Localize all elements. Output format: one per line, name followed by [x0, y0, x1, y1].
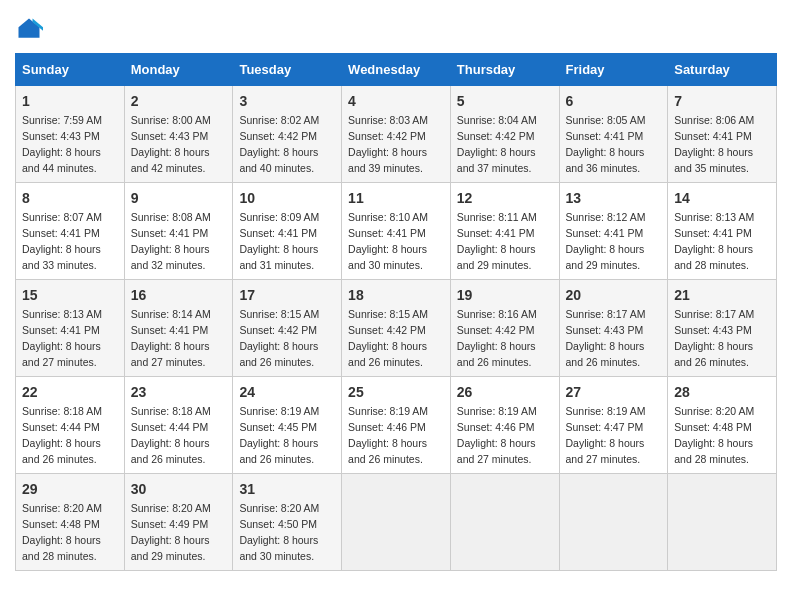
day-number: 14: [674, 188, 770, 208]
day-number: 5: [457, 91, 553, 111]
day-info: Sunrise: 8:16 AMSunset: 4:42 PMDaylight:…: [457, 308, 537, 368]
calendar-cell: 18Sunrise: 8:15 AMSunset: 4:42 PMDayligh…: [342, 280, 451, 377]
day-info: Sunrise: 8:19 AMSunset: 4:45 PMDaylight:…: [239, 405, 319, 465]
day-info: Sunrise: 8:07 AMSunset: 4:41 PMDaylight:…: [22, 211, 102, 271]
day-info: Sunrise: 8:04 AMSunset: 4:42 PMDaylight:…: [457, 114, 537, 174]
day-number: 19: [457, 285, 553, 305]
day-info: Sunrise: 7:59 AMSunset: 4:43 PMDaylight:…: [22, 114, 102, 174]
column-header-wednesday: Wednesday: [342, 54, 451, 86]
day-info: Sunrise: 8:10 AMSunset: 4:41 PMDaylight:…: [348, 211, 428, 271]
calendar-cell: 5Sunrise: 8:04 AMSunset: 4:42 PMDaylight…: [450, 86, 559, 183]
day-info: Sunrise: 8:18 AMSunset: 4:44 PMDaylight:…: [22, 405, 102, 465]
day-info: Sunrise: 8:12 AMSunset: 4:41 PMDaylight:…: [566, 211, 646, 271]
logo: [15, 15, 49, 43]
calendar-body: 1Sunrise: 7:59 AMSunset: 4:43 PMDaylight…: [16, 86, 777, 571]
day-number: 7: [674, 91, 770, 111]
calendar-cell: 22Sunrise: 8:18 AMSunset: 4:44 PMDayligh…: [16, 377, 125, 474]
calendar-cell: 2Sunrise: 8:00 AMSunset: 4:43 PMDaylight…: [124, 86, 233, 183]
calendar-cell: 31Sunrise: 8:20 AMSunset: 4:50 PMDayligh…: [233, 474, 342, 571]
calendar-cell: 21Sunrise: 8:17 AMSunset: 4:43 PMDayligh…: [668, 280, 777, 377]
day-info: Sunrise: 8:19 AMSunset: 4:46 PMDaylight:…: [348, 405, 428, 465]
day-number: 21: [674, 285, 770, 305]
day-number: 22: [22, 382, 118, 402]
day-number: 16: [131, 285, 227, 305]
day-number: 27: [566, 382, 662, 402]
calendar-cell: 26Sunrise: 8:19 AMSunset: 4:46 PMDayligh…: [450, 377, 559, 474]
day-info: Sunrise: 8:13 AMSunset: 4:41 PMDaylight:…: [22, 308, 102, 368]
calendar-table: SundayMondayTuesdayWednesdayThursdayFrid…: [15, 53, 777, 571]
day-number: 17: [239, 285, 335, 305]
page-header: [15, 15, 777, 43]
calendar-cell: 8Sunrise: 8:07 AMSunset: 4:41 PMDaylight…: [16, 183, 125, 280]
day-number: 3: [239, 91, 335, 111]
day-number: 25: [348, 382, 444, 402]
day-info: Sunrise: 8:15 AMSunset: 4:42 PMDaylight:…: [239, 308, 319, 368]
calendar-cell: 20Sunrise: 8:17 AMSunset: 4:43 PMDayligh…: [559, 280, 668, 377]
day-info: Sunrise: 8:19 AMSunset: 4:46 PMDaylight:…: [457, 405, 537, 465]
week-row-4: 22Sunrise: 8:18 AMSunset: 4:44 PMDayligh…: [16, 377, 777, 474]
day-number: 30: [131, 479, 227, 499]
calendar-cell: 7Sunrise: 8:06 AMSunset: 4:41 PMDaylight…: [668, 86, 777, 183]
column-header-thursday: Thursday: [450, 54, 559, 86]
day-info: Sunrise: 8:06 AMSunset: 4:41 PMDaylight:…: [674, 114, 754, 174]
day-number: 31: [239, 479, 335, 499]
day-number: 10: [239, 188, 335, 208]
day-info: Sunrise: 8:08 AMSunset: 4:41 PMDaylight:…: [131, 211, 211, 271]
day-number: 18: [348, 285, 444, 305]
calendar-header: SundayMondayTuesdayWednesdayThursdayFrid…: [16, 54, 777, 86]
calendar-cell: 25Sunrise: 8:19 AMSunset: 4:46 PMDayligh…: [342, 377, 451, 474]
calendar-cell: 4Sunrise: 8:03 AMSunset: 4:42 PMDaylight…: [342, 86, 451, 183]
day-info: Sunrise: 8:09 AMSunset: 4:41 PMDaylight:…: [239, 211, 319, 271]
calendar-cell: 28Sunrise: 8:20 AMSunset: 4:48 PMDayligh…: [668, 377, 777, 474]
column-header-saturday: Saturday: [668, 54, 777, 86]
day-number: 2: [131, 91, 227, 111]
day-info: Sunrise: 8:17 AMSunset: 4:43 PMDaylight:…: [566, 308, 646, 368]
calendar-cell: 11Sunrise: 8:10 AMSunset: 4:41 PMDayligh…: [342, 183, 451, 280]
day-number: 9: [131, 188, 227, 208]
day-info: Sunrise: 8:03 AMSunset: 4:42 PMDaylight:…: [348, 114, 428, 174]
day-info: Sunrise: 8:13 AMSunset: 4:41 PMDaylight:…: [674, 211, 754, 271]
calendar-cell: 6Sunrise: 8:05 AMSunset: 4:41 PMDaylight…: [559, 86, 668, 183]
calendar-cell: [342, 474, 451, 571]
day-number: 20: [566, 285, 662, 305]
day-info: Sunrise: 8:14 AMSunset: 4:41 PMDaylight:…: [131, 308, 211, 368]
day-number: 8: [22, 188, 118, 208]
column-header-friday: Friday: [559, 54, 668, 86]
day-info: Sunrise: 8:15 AMSunset: 4:42 PMDaylight:…: [348, 308, 428, 368]
calendar-cell: 3Sunrise: 8:02 AMSunset: 4:42 PMDaylight…: [233, 86, 342, 183]
day-number: 11: [348, 188, 444, 208]
calendar-cell: 14Sunrise: 8:13 AMSunset: 4:41 PMDayligh…: [668, 183, 777, 280]
logo-icon: [15, 15, 43, 43]
calendar-cell: 23Sunrise: 8:18 AMSunset: 4:44 PMDayligh…: [124, 377, 233, 474]
column-header-monday: Monday: [124, 54, 233, 86]
calendar-cell: 1Sunrise: 7:59 AMSunset: 4:43 PMDaylight…: [16, 86, 125, 183]
svg-marker-0: [19, 19, 40, 38]
column-header-sunday: Sunday: [16, 54, 125, 86]
calendar-cell: 12Sunrise: 8:11 AMSunset: 4:41 PMDayligh…: [450, 183, 559, 280]
day-number: 13: [566, 188, 662, 208]
day-info: Sunrise: 8:19 AMSunset: 4:47 PMDaylight:…: [566, 405, 646, 465]
calendar-cell: 19Sunrise: 8:16 AMSunset: 4:42 PMDayligh…: [450, 280, 559, 377]
day-info: Sunrise: 8:18 AMSunset: 4:44 PMDaylight:…: [131, 405, 211, 465]
week-row-1: 1Sunrise: 7:59 AMSunset: 4:43 PMDaylight…: [16, 86, 777, 183]
day-info: Sunrise: 8:02 AMSunset: 4:42 PMDaylight:…: [239, 114, 319, 174]
week-row-2: 8Sunrise: 8:07 AMSunset: 4:41 PMDaylight…: [16, 183, 777, 280]
day-number: 26: [457, 382, 553, 402]
calendar-cell: 27Sunrise: 8:19 AMSunset: 4:47 PMDayligh…: [559, 377, 668, 474]
calendar-cell: [668, 474, 777, 571]
day-info: Sunrise: 8:00 AMSunset: 4:43 PMDaylight:…: [131, 114, 211, 174]
calendar-cell: 17Sunrise: 8:15 AMSunset: 4:42 PMDayligh…: [233, 280, 342, 377]
calendar-cell: 10Sunrise: 8:09 AMSunset: 4:41 PMDayligh…: [233, 183, 342, 280]
calendar-cell: 13Sunrise: 8:12 AMSunset: 4:41 PMDayligh…: [559, 183, 668, 280]
day-number: 1: [22, 91, 118, 111]
day-info: Sunrise: 8:20 AMSunset: 4:48 PMDaylight:…: [22, 502, 102, 562]
calendar-cell: [559, 474, 668, 571]
day-number: 24: [239, 382, 335, 402]
day-number: 4: [348, 91, 444, 111]
day-info: Sunrise: 8:17 AMSunset: 4:43 PMDaylight:…: [674, 308, 754, 368]
calendar-cell: 9Sunrise: 8:08 AMSunset: 4:41 PMDaylight…: [124, 183, 233, 280]
calendar-cell: 30Sunrise: 8:20 AMSunset: 4:49 PMDayligh…: [124, 474, 233, 571]
day-info: Sunrise: 8:20 AMSunset: 4:49 PMDaylight:…: [131, 502, 211, 562]
day-number: 6: [566, 91, 662, 111]
day-info: Sunrise: 8:20 AMSunset: 4:50 PMDaylight:…: [239, 502, 319, 562]
